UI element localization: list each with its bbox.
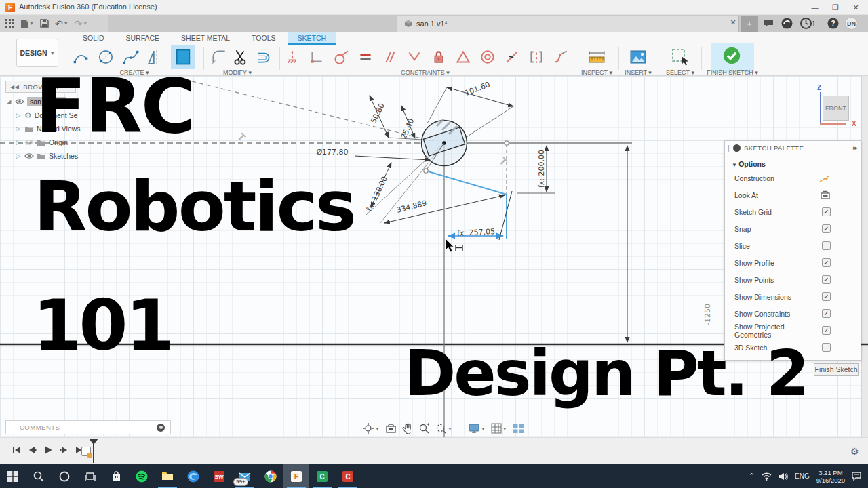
tab-sketch[interactable]: SKETCH bbox=[288, 32, 336, 45]
viewcube[interactable]: FRONT bbox=[823, 96, 849, 121]
timeline-marker-handle[interactable] bbox=[89, 439, 98, 445]
taskbar-start-icon[interactable] bbox=[0, 464, 26, 488]
equal-constraint-icon[interactable] bbox=[355, 47, 376, 67]
tray-clock[interactable]: 3:21 PM 9/16/2020 bbox=[816, 469, 845, 484]
finish-sketch-button[interactable]: Finish Sketch bbox=[814, 363, 859, 376]
save-icon[interactable] bbox=[40, 19, 49, 28]
taskbar-mail-icon[interactable]: 99+ bbox=[232, 464, 258, 488]
job-status-icon[interactable] bbox=[800, 18, 812, 29]
timeline-sketch-feature[interactable] bbox=[81, 447, 91, 456]
file-menu-icon[interactable]: ▼ bbox=[20, 19, 34, 28]
tab-solid[interactable]: SOLID bbox=[73, 32, 114, 45]
taskbar-search-icon[interactable] bbox=[26, 464, 52, 488]
collinear-constraint-icon[interactable] bbox=[502, 47, 522, 67]
look-at-icon[interactable] bbox=[385, 424, 397, 434]
finish-sketch-group-label[interactable]: FINISH SKETCH ▾ bbox=[707, 69, 758, 76]
fusion-extensions-icon[interactable] bbox=[781, 18, 793, 29]
step-back-icon[interactable] bbox=[28, 445, 37, 455]
measure-tool-icon[interactable] bbox=[587, 47, 607, 67]
checkbox-checked[interactable]: ✓ bbox=[822, 309, 831, 318]
construction-icon[interactable] bbox=[818, 174, 831, 183]
checkbox-unchecked[interactable] bbox=[822, 343, 831, 352]
eye-icon[interactable] bbox=[24, 152, 34, 159]
horizontal-vertical-constraint-icon[interactable] bbox=[307, 47, 327, 67]
help-icon[interactable]: ? bbox=[827, 18, 839, 29]
expander-expanded-icon[interactable]: ◢ bbox=[5, 98, 12, 105]
app-grid-icon[interactable] bbox=[5, 19, 14, 28]
taskbar-solidworks-icon[interactable]: SW bbox=[206, 464, 232, 488]
browser-item-label[interactable]: Sketches bbox=[49, 152, 78, 160]
redo-icon[interactable]: ↷▼ bbox=[75, 18, 88, 29]
taskbar-edge-icon[interactable] bbox=[180, 464, 206, 488]
eye-icon[interactable] bbox=[15, 98, 24, 105]
insert-group-label[interactable]: INSERT ▾ bbox=[625, 69, 652, 76]
palette-grip-icon[interactable]: | bbox=[728, 144, 730, 152]
zoom-icon[interactable] bbox=[418, 423, 430, 434]
folder-icon[interactable] bbox=[37, 152, 46, 160]
select-group-label[interactable]: SELECT ▾ bbox=[666, 69, 694, 76]
checkbox-unchecked[interactable] bbox=[822, 241, 831, 250]
taskbar-spotify-icon[interactable] bbox=[129, 464, 155, 488]
perpendicular-constraint-icon[interactable] bbox=[404, 47, 425, 67]
checkbox-checked[interactable]: ✓ bbox=[822, 292, 831, 301]
timeline-settings-icon[interactable]: ⚙ bbox=[850, 446, 859, 457]
folder-icon[interactable] bbox=[24, 125, 34, 133]
grid-settings-icon[interactable]: ▼ bbox=[491, 423, 507, 434]
fillet-tool-icon[interactable] bbox=[209, 47, 229, 67]
coincident-constraint-icon[interactable] bbox=[282, 47, 302, 67]
taskbar-store-icon[interactable] bbox=[103, 464, 129, 488]
display-settings-icon[interactable]: ▼ bbox=[468, 423, 486, 434]
palette-menu-icon[interactable] bbox=[733, 144, 741, 152]
checkbox-checked[interactable]: ✓ bbox=[822, 275, 831, 284]
taskbar-cortana-icon[interactable] bbox=[52, 464, 77, 488]
tab-surface[interactable]: SURFACE bbox=[117, 32, 170, 45]
avatar[interactable]: DN bbox=[845, 17, 858, 30]
taskbar-file-explorer-icon[interactable] bbox=[155, 464, 180, 488]
insert-image-icon[interactable] bbox=[628, 47, 648, 67]
new-tab-button[interactable]: + bbox=[741, 16, 758, 32]
fix-constraint-icon[interactable] bbox=[429, 47, 449, 67]
expander-icon[interactable]: ▷ bbox=[15, 125, 22, 132]
constraints-group-label[interactable]: CONSTRAINTS ▾ bbox=[401, 69, 450, 76]
trim-tool-icon[interactable] bbox=[231, 47, 251, 67]
curvature-constraint-icon[interactable] bbox=[551, 47, 571, 67]
look-at-icon[interactable] bbox=[820, 190, 831, 199]
taskbar-camtasia-recorder-icon[interactable]: C bbox=[335, 464, 361, 488]
expander-icon[interactable]: ▷ bbox=[15, 112, 22, 119]
fit-icon[interactable]: ▼ bbox=[435, 423, 452, 434]
offset-tool-icon[interactable] bbox=[254, 47, 274, 67]
options-section-header[interactable]: Options bbox=[725, 155, 861, 169]
parallel-constraint-icon[interactable] bbox=[380, 47, 400, 67]
symmetry-constraint-icon[interactable] bbox=[526, 47, 547, 67]
inspect-group-label[interactable]: INSPECT ▾ bbox=[581, 69, 612, 76]
skip-start-icon[interactable] bbox=[12, 445, 22, 455]
step-forward-icon[interactable] bbox=[59, 445, 68, 455]
tray-chevron-icon[interactable]: ⌃ bbox=[749, 472, 755, 481]
taskbar-task-view-icon[interactable] bbox=[77, 464, 103, 488]
taskbar-chrome-icon[interactable] bbox=[258, 464, 283, 488]
modify-group-label[interactable]: MODIFY ▾ bbox=[223, 69, 252, 76]
action-center-icon[interactable] bbox=[852, 472, 861, 481]
concentric-constraint-icon[interactable] bbox=[477, 47, 498, 67]
taskbar-fusion-360-icon[interactable]: F bbox=[283, 464, 309, 488]
checkbox-checked[interactable]: ✓ bbox=[822, 326, 831, 335]
collapse-panel-icon[interactable]: ◀◀ bbox=[10, 84, 19, 90]
checkbox-checked[interactable]: ✓ bbox=[822, 207, 831, 216]
tab-tools[interactable]: TOOLS bbox=[242, 32, 285, 45]
finish-sketch-icon[interactable] bbox=[722, 45, 742, 66]
comments-icon[interactable] bbox=[764, 19, 774, 28]
document-tab[interactable]: san 1 v1* bbox=[397, 16, 739, 32]
browser-item-sketches[interactable]: ▷Sketches bbox=[5, 149, 127, 163]
restore-button[interactable]: ❐ bbox=[827, 2, 844, 13]
viewports-icon[interactable] bbox=[513, 424, 524, 434]
close-button[interactable]: ✕ bbox=[848, 2, 864, 13]
midpoint-constraint-icon[interactable] bbox=[453, 47, 473, 67]
undo-icon[interactable]: ↶▼ bbox=[55, 18, 68, 29]
tab-sheet-metal[interactable]: SHEET METAL bbox=[172, 32, 239, 45]
tab-close-icon[interactable]: ✕ bbox=[728, 18, 738, 27]
gear-icon[interactable]: ⚙ bbox=[24, 110, 32, 120]
play-icon[interactable] bbox=[43, 445, 53, 455]
orbit-icon[interactable]: ▼ bbox=[362, 422, 380, 434]
eye-off-icon[interactable] bbox=[24, 139, 34, 146]
wifi-icon[interactable] bbox=[762, 472, 772, 481]
